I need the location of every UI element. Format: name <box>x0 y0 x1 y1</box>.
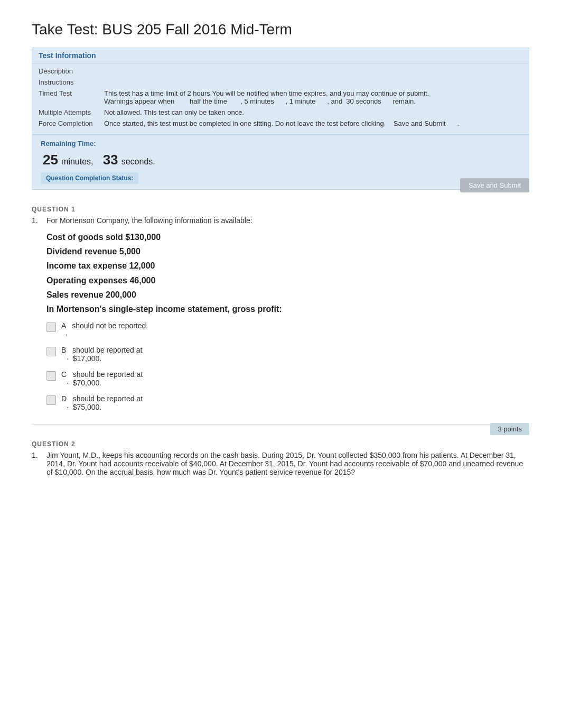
info-row-timed: Timed Test This test has a time limit of… <box>32 88 529 107</box>
answer-text-d: D should be reported at · $75,000. <box>61 394 143 411</box>
question-1-section: QUESTION 1 1. For Mortenson Company, the… <box>32 206 529 411</box>
question-1-row: 1. For Mortenson Company, the following … <box>32 216 529 225</box>
info-label-description: Description <box>32 66 101 77</box>
info-row-attempts: Multiple Attempts Not allowed. This test… <box>32 107 529 118</box>
save-submit-button[interactable]: Save and Submit <box>460 178 529 192</box>
info-value-instructions <box>101 77 529 88</box>
answer-option-c: C should be reported at · $70,000. <box>46 370 529 387</box>
question-1-data: Cost of goods sold $130,000 Dividend rev… <box>46 230 529 316</box>
info-label-instructions: Instructions <box>32 77 101 88</box>
answer-sub-b: · $17,000. <box>67 354 142 363</box>
question-1-body: Cost of goods sold $130,000 Dividend rev… <box>46 230 529 411</box>
test-info-panel: Test Information Description Instruction… <box>32 48 529 135</box>
timer-display: 25 minutes, 33 seconds. <box>41 152 520 168</box>
test-info-table: Description Instructions Timed Test This… <box>32 66 529 129</box>
remaining-time-label: Remaining Time: <box>41 140 520 148</box>
timer-minutes-unit: minutes, <box>61 157 93 166</box>
question-divider <box>32 424 490 425</box>
info-value-timed: This test has a time limit of 2 hours.Yo… <box>101 88 529 107</box>
info-row-instructions: Instructions <box>32 77 529 88</box>
answer-option-a: A should not be reported. · <box>46 321 529 338</box>
question-1-label: QUESTION 1 <box>32 206 529 213</box>
question-1-prompt: For Mortenson Company, the following inf… <box>46 216 253 225</box>
info-row-description: Description <box>32 66 529 77</box>
answer-sub-c: · $70,000. <box>67 379 143 387</box>
radio-d[interactable] <box>46 395 56 405</box>
timer-seconds: 33 <box>103 152 118 168</box>
question-completion-label: Question Completion Status: <box>41 172 138 184</box>
test-info-label: Test Information <box>39 51 96 60</box>
radio-a[interactable] <box>46 322 56 332</box>
timer-seconds-unit: seconds. <box>121 157 155 166</box>
timer-minutes: 25 <box>43 152 58 168</box>
info-label-timed: Timed Test <box>32 88 101 107</box>
answer-text-b: B should be reported at · $17,000. <box>61 346 142 363</box>
question-2-row: 1. Jim Yount, M.D., keeps his accounting… <box>32 451 529 476</box>
info-label-attempts: Multiple Attempts <box>32 107 101 118</box>
page-title: Take Test: BUS 205 Fall 2016 Mid-Term <box>32 21 529 38</box>
test-info-header: Test Information <box>32 48 529 63</box>
info-value-force: Once started, this test must be complete… <box>101 118 529 129</box>
question-2-prompt: Jim Yount, M.D., keeps his accounting re… <box>46 451 529 476</box>
question-completion-bar: Question Completion Status: <box>41 172 520 184</box>
info-value-description <box>101 66 529 77</box>
timer-section: Remaining Time: 25 minutes, 33 seconds. … <box>32 135 529 190</box>
question-2-number: 1. <box>32 451 42 459</box>
question-2-section: QUESTION 2 1. Jim Yount, M.D., keeps his… <box>32 440 529 476</box>
answer-option-b: B should be reported at · $17,000. <box>46 346 529 363</box>
radio-b[interactable] <box>46 347 56 356</box>
question-1-points: 3 points <box>490 423 529 435</box>
question-1-number: 1. <box>32 216 42 225</box>
question-2-label: QUESTION 2 <box>32 440 529 448</box>
answer-sub-d: · $75,000. <box>67 403 143 411</box>
radio-c[interactable] <box>46 371 56 381</box>
answer-option-d: D should be reported at · $75,000. <box>46 394 529 411</box>
info-value-attempts: Not allowed. This test can only be taken… <box>101 107 529 118</box>
answer-text-a: A should not be reported. · <box>61 321 148 338</box>
answer-text-c: C should be reported at · $70,000. <box>61 370 143 387</box>
info-label-force: Force Completion <box>32 118 101 129</box>
info-row-force: Force Completion Once started, this test… <box>32 118 529 129</box>
